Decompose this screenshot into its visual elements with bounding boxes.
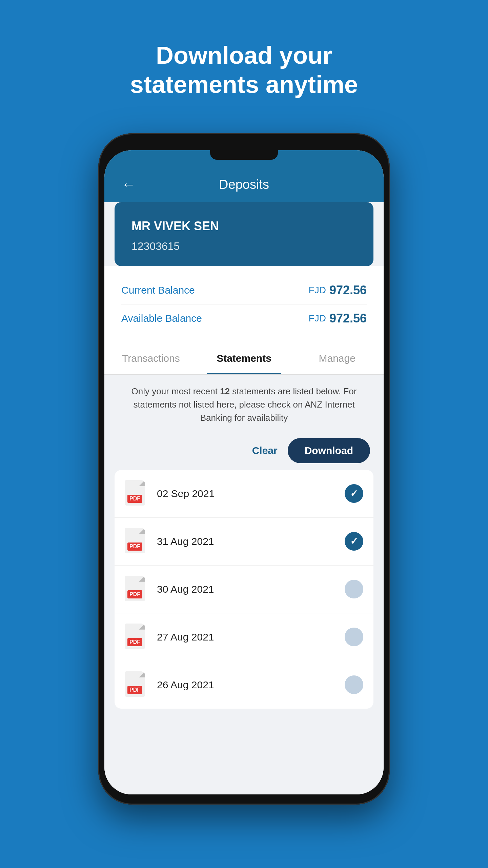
statement-checkbox[interactable] (345, 675, 363, 694)
clear-button[interactable]: Clear (252, 445, 278, 456)
pdf-icon: PDF (125, 576, 148, 603)
statement-date: 30 Aug 2021 (157, 584, 336, 595)
available-balance-label: Available Balance (121, 313, 202, 324)
statement-date: 31 Aug 2021 (157, 536, 336, 547)
statement-item[interactable]: PDF 31 Aug 2021 ✓ (115, 518, 373, 566)
statement-checkbox[interactable]: ✓ (345, 532, 363, 551)
available-balance-amount: 972.56 (329, 311, 367, 326)
tab-transactions[interactable]: Transactions (104, 342, 198, 374)
phone-notch (210, 150, 278, 160)
statements-list: PDF 02 Sep 2021 ✓ PDF (115, 470, 373, 709)
page-title: Download your statements anytime (96, 41, 392, 99)
statement-date: 26 Aug 2021 (157, 679, 336, 691)
back-button[interactable]: ← (121, 176, 136, 193)
main-content: Only your most recent 12 statements are … (104, 375, 384, 794)
account-number: 12303615 (131, 240, 357, 253)
phone-frame: ← Deposits MR VIVEK SEN 12303615 Current… (98, 133, 390, 805)
tab-manage[interactable]: Manage (290, 342, 384, 374)
phone-screen: ← Deposits MR VIVEK SEN 12303615 Current… (104, 150, 384, 794)
statement-date: 27 Aug 2021 (157, 631, 336, 643)
current-balance-amount: 972.56 (329, 283, 367, 297)
screen-title: Deposits (219, 177, 269, 192)
balance-section: Current Balance FJD 972.56 Available Bal… (104, 266, 384, 342)
account-name: MR VIVEK SEN (131, 219, 357, 233)
account-card: MR VIVEK SEN 12303615 (115, 202, 373, 266)
download-button[interactable]: Download (288, 438, 370, 463)
tab-statements[interactable]: Statements (198, 342, 291, 374)
pdf-icon: PDF (125, 671, 148, 698)
statement-date: 02 Sep 2021 (157, 488, 336, 499)
pdf-icon: PDF (125, 528, 148, 555)
statements-info-text: Only your most recent 12 statements are … (115, 375, 373, 435)
available-balance-currency: FJD (309, 313, 326, 324)
pdf-icon: PDF (125, 480, 148, 507)
statement-item[interactable]: PDF 02 Sep 2021 ✓ (115, 470, 373, 518)
statement-item[interactable]: PDF 30 Aug 2021 (115, 566, 373, 613)
phone-mockup: ← Deposits MR VIVEK SEN 12303615 Current… (98, 133, 390, 805)
statement-checkbox[interactable]: ✓ (345, 484, 363, 503)
statement-checkbox[interactable] (345, 628, 363, 646)
current-balance-row: Current Balance FJD 972.56 (121, 276, 367, 304)
statement-item[interactable]: PDF 27 Aug 2021 (115, 613, 373, 661)
current-balance-currency: FJD (309, 285, 326, 296)
actions-row: Clear Download (115, 435, 373, 470)
available-balance-row: Available Balance FJD 972.56 (121, 304, 367, 332)
statement-checkbox[interactable] (345, 580, 363, 598)
tabs-section: Transactions Statements Manage (104, 342, 384, 375)
pdf-icon: PDF (125, 624, 148, 651)
current-balance-label: Current Balance (121, 284, 195, 296)
statement-item[interactable]: PDF 26 Aug 2021 (115, 661, 373, 709)
